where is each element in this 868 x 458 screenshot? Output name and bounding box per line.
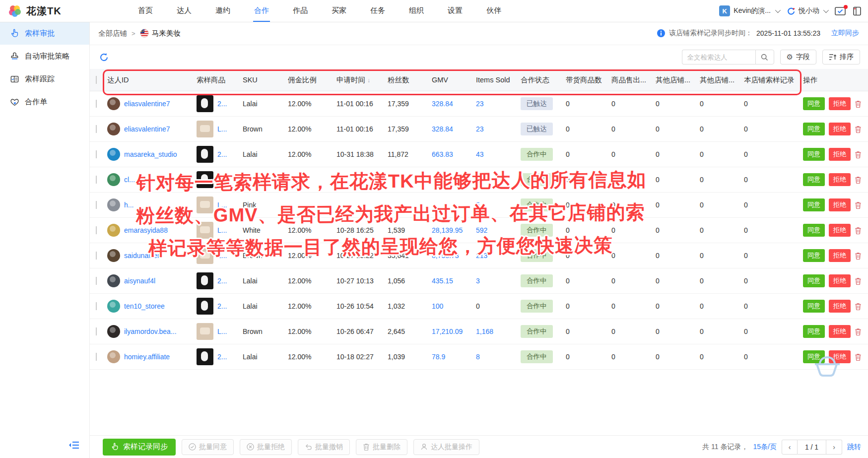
gmv-link[interactable]: 78.9: [432, 353, 445, 361]
reject-button[interactable]: 拒绝: [829, 173, 851, 186]
trash-icon[interactable]: [855, 252, 862, 260]
creator-name-link[interactable]: aisynauf4l: [124, 277, 155, 285]
header-select-all[interactable]: [89, 76, 107, 84]
creator-name-link[interactable]: homiey.affiliate: [124, 353, 170, 361]
fields-button[interactable]: ⚙ 字段: [780, 50, 816, 65]
items-sold-link[interactable]: 43: [476, 150, 484, 158]
row-checkbox[interactable]: [96, 277, 97, 285]
gmv-link[interactable]: 328.84: [432, 100, 453, 108]
gmv-link[interactable]: 328.84: [432, 125, 453, 133]
trash-icon[interactable]: [855, 328, 862, 335]
column-header-佣金比例[interactable]: 佣金比例: [288, 75, 336, 85]
creator-name-link[interactable]: h...: [124, 201, 134, 209]
row-checkbox[interactable]: [96, 327, 97, 335]
row-checkbox[interactable]: [96, 252, 97, 260]
trash-icon[interactable]: [855, 176, 862, 184]
product-link[interactable]: 2...: [217, 150, 227, 158]
items-sold-link[interactable]: 3: [476, 277, 480, 285]
reject-button[interactable]: 拒绝: [829, 97, 851, 110]
row-checkbox[interactable]: [96, 201, 97, 209]
creator-name-link[interactable]: ilyamordov.bea...: [124, 327, 177, 335]
column-header-操作[interactable]: 操作: [803, 75, 868, 85]
breadcrumb-root-link[interactable]: 全部店铺: [98, 29, 127, 38]
nav-item-组织[interactable]: 组织: [397, 0, 436, 22]
reject-button[interactable]: 拒绝: [829, 325, 851, 338]
nav-item-设置[interactable]: 设置: [436, 0, 474, 22]
breadcrumb-current[interactable]: 马来美妆: [140, 29, 181, 38]
column-header-SKU[interactable]: SKU: [243, 76, 288, 84]
gmv-link[interactable]: 28,139.95: [432, 226, 463, 234]
batch-button-批量拒绝[interactable]: 批量拒绝: [240, 439, 292, 455]
approve-button[interactable]: 同意: [803, 325, 825, 338]
search-input[interactable]: [682, 50, 755, 65]
creator-name-link[interactable]: masareka_studio: [124, 150, 177, 158]
creator-name-link[interactable]: eliasvalentine7: [124, 125, 170, 133]
column-header-GMV[interactable]: GMV: [432, 76, 476, 84]
product-link[interactable]: L...: [217, 327, 227, 335]
sidebar-item-合作单[interactable]: 合作单: [0, 90, 89, 113]
nav-item-伙伴[interactable]: 伙伴: [474, 0, 513, 22]
batch-button-批量删除[interactable]: 批量删除: [356, 439, 407, 455]
reject-button[interactable]: 拒绝: [829, 249, 851, 262]
product-link[interactable]: 2...: [217, 302, 227, 310]
trash-icon[interactable]: [855, 277, 862, 285]
gmv-link[interactable]: 100: [432, 302, 443, 310]
batch-button-批量撤销[interactable]: 批量撤销: [298, 439, 350, 455]
reject-button[interactable]: 拒绝: [829, 300, 851, 313]
reject-button[interactable]: 拒绝: [829, 274, 851, 287]
assistant-menu[interactable]: 悦小动: [787, 6, 827, 15]
sample-sync-button[interactable]: 索样记录同步: [103, 439, 176, 456]
reject-button[interactable]: 拒绝: [829, 123, 851, 135]
batch-button-达人批量操作[interactable]: 达人批量操作: [413, 439, 479, 455]
nav-item-达人[interactable]: 达人: [165, 0, 203, 22]
creator-name-link[interactable]: eliasvalentine7: [124, 100, 170, 108]
reject-button[interactable]: 拒绝: [829, 224, 851, 237]
search-button[interactable]: [755, 50, 774, 65]
product-thumbnail[interactable]: [197, 348, 213, 365]
product-link[interactable]: 2...: [217, 277, 227, 285]
creator-name-link[interactable]: cl...: [124, 176, 135, 184]
trash-icon[interactable]: [855, 227, 862, 234]
product-link[interactable]: 2...: [217, 353, 227, 361]
approve-button[interactable]: 同意: [803, 198, 825, 211]
items-sold-link[interactable]: 23: [476, 125, 484, 133]
user-menu[interactable]: K Kevin的演...: [719, 5, 779, 16]
messages-button[interactable]: [835, 7, 846, 15]
column-header-索样商品[interactable]: 索样商品: [197, 75, 243, 85]
reject-button[interactable]: 拒绝: [829, 148, 851, 161]
panel-toggle-button[interactable]: [853, 6, 861, 16]
sync-now-link[interactable]: 立即同步: [831, 29, 859, 38]
approve-button[interactable]: 同意: [803, 224, 825, 237]
jump-to-page-link[interactable]: 跳转: [847, 443, 861, 452]
approve-button[interactable]: 同意: [803, 123, 825, 135]
column-header-本店铺索样记录[interactable]: 本店铺索样记录: [744, 75, 803, 85]
items-sold-link[interactable]: 8: [476, 353, 480, 361]
approve-button[interactable]: 同意: [803, 173, 825, 186]
product-link[interactable]: L...: [217, 125, 227, 133]
prev-page-button[interactable]: ‹: [782, 440, 798, 455]
refresh-button[interactable]: [99, 53, 109, 62]
nav-item-作品[interactable]: 作品: [281, 0, 320, 22]
batch-button-批量同意[interactable]: 批量同意: [182, 439, 234, 455]
gmv-link[interactable]: 663.83: [432, 150, 453, 158]
nav-item-合作[interactable]: 合作: [242, 0, 281, 22]
product-thumbnail[interactable]: [197, 272, 213, 289]
gmv-link[interactable]: 435.15: [432, 277, 453, 285]
product-thumbnail[interactable]: [197, 146, 213, 163]
reject-button[interactable]: 拒绝: [829, 198, 851, 211]
sidebar-item-索样跟踪[interactable]: 索样跟踪: [0, 67, 89, 90]
trash-icon[interactable]: [855, 303, 862, 310]
row-checkbox[interactable]: [96, 353, 97, 361]
row-checkbox[interactable]: [96, 125, 97, 133]
row-checkbox[interactable]: [96, 100, 97, 108]
product-thumbnail[interactable]: [197, 298, 213, 315]
row-checkbox[interactable]: [96, 150, 97, 158]
approve-button[interactable]: 同意: [803, 148, 825, 161]
nav-item-任务[interactable]: 任务: [358, 0, 397, 22]
nav-item-买家[interactable]: 买家: [320, 0, 358, 22]
product-thumbnail[interactable]: [197, 95, 213, 112]
product-thumbnail[interactable]: [197, 121, 213, 137]
creator-name-link[interactable]: ten10_storee: [124, 302, 165, 310]
trash-icon[interactable]: [855, 100, 862, 108]
nav-item-首页[interactable]: 首页: [126, 0, 165, 22]
